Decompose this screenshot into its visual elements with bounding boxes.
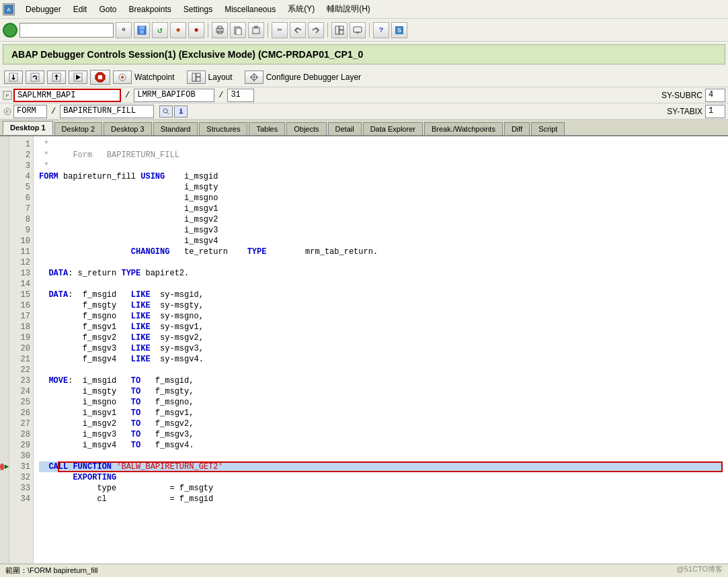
- stop-debug-btn[interactable]: [90, 70, 110, 85]
- code-line[interactable]: i_msgty TO f_msgty,: [39, 386, 723, 397]
- line-number: 1: [12, 139, 30, 150]
- code-line[interactable]: FORM bapireturn_fill USING i_msgid: [39, 171, 723, 182]
- code-line[interactable]: *: [39, 161, 723, 171]
- save-btn[interactable]: [134, 22, 150, 38]
- code-line[interactable]: DATA: f_msgid LIKE sy-msgid,: [39, 290, 723, 300]
- bp-row: [0, 375, 9, 386]
- help-btn[interactable]: ?: [373, 22, 389, 38]
- menu-debugger[interactable]: Debugger: [20, 3, 67, 15]
- sysinfo-btn[interactable]: S: [391, 22, 407, 38]
- watchpoint-label[interactable]: Watchpoint: [134, 73, 175, 82]
- code-line[interactable]: [39, 365, 723, 375]
- code-line[interactable]: i_msgv1: [39, 204, 723, 214]
- layout-label[interactable]: Layout: [208, 73, 233, 82]
- code-line[interactable]: [39, 257, 723, 268]
- code-line[interactable]: f_msgno LIKE sy-msgno,: [39, 311, 723, 322]
- layout-btn[interactable]: [331, 22, 348, 38]
- tab-desktop1[interactable]: Desktop 1: [3, 121, 53, 135]
- redo-btn[interactable]: [308, 22, 324, 38]
- continue-btn[interactable]: [69, 71, 87, 84]
- line-number: 2: [12, 150, 30, 161]
- tab-breakpoints[interactable]: Break./Watchpoints: [424, 122, 503, 135]
- tab-script[interactable]: Script: [531, 122, 565, 135]
- print-btn[interactable]: [212, 22, 228, 38]
- code-line[interactable]: CALL FUNCTION 'BALW_BAPIRETURN_GET2': [39, 461, 723, 472]
- code-line[interactable]: CHANGING te_return TYPE mrm_tab_return.: [39, 247, 723, 257]
- menu-breakpoints[interactable]: Breakpoints: [123, 3, 176, 15]
- code-content[interactable]: * * Form BAPIRETURN_FILL *FORM bapiretur…: [34, 136, 728, 564]
- line-number: 20: [12, 343, 30, 354]
- code-line[interactable]: * Form BAPIRETURN_FILL: [39, 150, 723, 161]
- prev-btn[interactable]: «: [116, 22, 132, 38]
- sep2: [268, 23, 268, 38]
- line-number: 19: [12, 332, 30, 343]
- step-over-btn[interactable]: [26, 71, 44, 84]
- step-into-btn[interactable]: [4, 71, 23, 84]
- configure-btn-icon[interactable]: [245, 71, 264, 84]
- code-line[interactable]: MOVE: i_msgid TO f_msgid,: [39, 375, 723, 386]
- watchpoint-btn[interactable]: [113, 71, 132, 84]
- menu-settings[interactable]: Settings: [178, 3, 218, 15]
- stop-btn[interactable]: ●: [188, 22, 204, 38]
- menu-edit[interactable]: Edit: [68, 3, 93, 15]
- code-line[interactable]: i_msgv2 TO f_msgv2,: [39, 418, 723, 429]
- form-lookup-btn[interactable]: [159, 105, 173, 118]
- menu-help[interactable]: 輔助說明(H): [321, 2, 376, 16]
- code-line[interactable]: f_msgv3 LIKE sy-msgv3,: [39, 343, 723, 354]
- green-status-icon[interactable]: [3, 23, 17, 38]
- code-line[interactable]: type = f_msgty: [39, 483, 723, 494]
- svg-point-33: [121, 76, 124, 79]
- code-line[interactable]: i_msgv1 TO f_msgv1,: [39, 408, 723, 418]
- code-line[interactable]: f_msgv1 LIKE sy-msgv1,: [39, 322, 723, 332]
- tab-data-explorer[interactable]: Data Explorer: [363, 122, 423, 135]
- code-line[interactable]: cl = f_msgid: [39, 494, 723, 504]
- tab-structures[interactable]: Structures: [199, 122, 247, 135]
- code-line[interactable]: i_msgv3: [39, 225, 723, 236]
- monitor-btn[interactable]: [350, 22, 366, 38]
- copy-btn[interactable]: [230, 22, 246, 38]
- tab-detail[interactable]: Detail: [328, 122, 362, 135]
- code-line[interactable]: i_msgv3 TO f_msgv3,: [39, 429, 723, 440]
- program-field[interactable]: SAPLMRM_BAPI: [13, 89, 121, 102]
- back-btn[interactable]: ↺: [152, 22, 168, 38]
- code-line[interactable]: EXPORTING: [39, 472, 723, 483]
- forward-btn[interactable]: ●: [170, 22, 186, 38]
- code-line[interactable]: f_msgv2 LIKE sy-msgv2,: [39, 332, 723, 343]
- svg-rect-36: [196, 77, 200, 81]
- tab-desktop2[interactable]: Desktop 2: [54, 122, 103, 135]
- form-info-btn[interactable]: i: [174, 105, 188, 118]
- command-input[interactable]: [19, 23, 114, 38]
- tab-tables[interactable]: Tables: [249, 122, 285, 135]
- sep-slash2: /: [217, 91, 225, 100]
- code-line[interactable]: [39, 279, 723, 290]
- code-line[interactable]: [39, 451, 723, 461]
- code-line[interactable]: i_msgno TO f_msgno,: [39, 397, 723, 408]
- code-line[interactable]: i_msgty: [39, 182, 723, 193]
- bp-row: [0, 386, 9, 397]
- configure-label[interactable]: Configure Debugger Layer: [266, 73, 361, 82]
- tab-standard[interactable]: Standard: [153, 122, 198, 135]
- paste-btn[interactable]: [248, 22, 264, 38]
- step-return-btn[interactable]: [47, 71, 66, 84]
- undo-btn[interactable]: [290, 22, 306, 38]
- layout-debug-btn[interactable]: [187, 71, 206, 84]
- menu-system[interactable]: 系統(Y): [282, 2, 320, 16]
- code-line[interactable]: f_msgv4 LIKE sy-msgv4.: [39, 354, 723, 365]
- tab-objects[interactable]: Objects: [286, 122, 326, 135]
- code-line[interactable]: i_msgv2: [39, 214, 723, 225]
- tab-desktop3[interactable]: Desktop 3: [104, 122, 152, 135]
- menu-miscellaneous[interactable]: Miscellaneous: [219, 3, 281, 15]
- cut-btn[interactable]: ✂: [272, 22, 288, 38]
- menu-goto[interactable]: Goto: [93, 3, 122, 15]
- code-line[interactable]: i_msgv4 TO f_msgv4.: [39, 440, 723, 451]
- status-text: 範圍：\FORM bapireturn_fill: [5, 566, 98, 576]
- code-line[interactable]: i_msgno: [39, 193, 723, 204]
- code-line[interactable]: f_msgty LIKE sy-msgty,: [39, 300, 723, 311]
- line-number: 14: [12, 279, 30, 290]
- code-line[interactable]: i_msgv4: [39, 236, 723, 247]
- code-line[interactable]: DATA: s_return TYPE bapiret2.: [39, 268, 723, 279]
- svg-rect-11: [255, 26, 257, 28]
- tab-diff[interactable]: Diff: [504, 122, 530, 135]
- code-line[interactable]: *: [39, 139, 723, 150]
- bp-row: [0, 418, 9, 429]
